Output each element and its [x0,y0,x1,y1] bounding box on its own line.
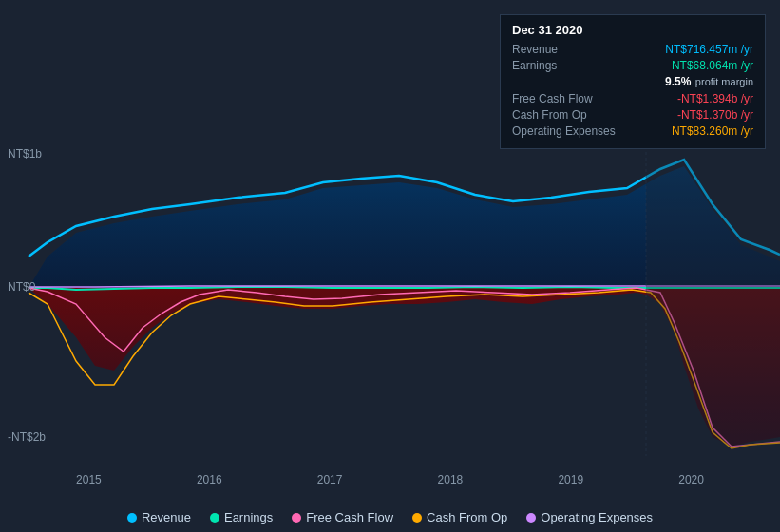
info-value-opex: NT$83.260m /yr [672,124,753,138]
x-label-2017: 2017 [317,473,343,486]
info-label-revenue: Revenue [512,43,626,56]
legend-label-fcf: Free Cash Flow [306,510,393,524]
chart-legend: Revenue Earnings Free Cash Flow Cash Fro… [0,510,780,524]
info-row-revenue: Revenue NT$716.457m /yr [512,43,753,56]
legend-dot-earnings [210,513,219,522]
legend-fcf[interactable]: Free Cash Flow [292,510,393,524]
legend-dot-revenue [127,513,137,522]
info-value-fcf: -NT$1.394b /yr [677,92,753,105]
x-label-2018: 2018 [438,473,464,486]
info-label-opex: Operating Expenses [512,124,626,138]
x-label-2019: 2019 [558,473,583,486]
legend-label-revenue: Revenue [142,510,191,524]
profit-margin-text: 9.5% profit margin [665,72,753,89]
legend-dot-cashfromop [412,513,422,522]
y-label-top: NT$1b [8,147,42,161]
info-label-cashfromop: Cash From Op [512,108,626,122]
tooltip-box: Dec 31 2020 Revenue NT$716.457m /yr Earn… [500,14,766,149]
info-row-opex: Operating Expenses NT$83.260m /yr [512,124,753,138]
x-axis-labels: 2015 2016 2017 2018 2019 2020 [0,473,780,486]
x-label-2020: 2020 [678,473,704,486]
svg-rect-2 [646,152,780,484]
x-label-2016: 2016 [197,473,222,486]
legend-label-cashfromop: Cash From Op [427,510,507,524]
info-label-fcf: Free Cash Flow [512,92,626,105]
legend-revenue[interactable]: Revenue [127,510,191,524]
y-label-mid: NT$0 [8,280,35,294]
legend-dot-fcf [292,513,301,522]
tooltip-title: Dec 31 2020 [512,23,753,37]
info-label-earnings: Earnings [512,59,626,72]
legend-dot-opex [526,513,536,522]
legend-cashfromop[interactable]: Cash From Op [412,510,507,524]
info-value-revenue: NT$716.457m /yr [665,43,753,56]
x-label-2015: 2015 [76,473,102,486]
info-row-cashfromop: Cash From Op -NT$1.370b /yr [512,108,753,122]
legend-label-opex: Operating Expenses [541,510,653,524]
legend-opex[interactable]: Operating Expenses [526,510,653,524]
legend-label-earnings: Earnings [224,510,273,524]
info-value-cashfromop: -NT$1.370b /yr [677,108,753,122]
info-row-fcf: Free Cash Flow -NT$1.394b /yr [512,92,753,105]
legend-earnings[interactable]: Earnings [210,510,273,524]
info-row-earnings: Earnings NT$68.064m /yr 9.5% profit marg… [512,59,753,89]
y-label-bot: -NT$2b [8,430,46,444]
info-value-earnings: NT$68.064m /yr [665,59,753,72]
